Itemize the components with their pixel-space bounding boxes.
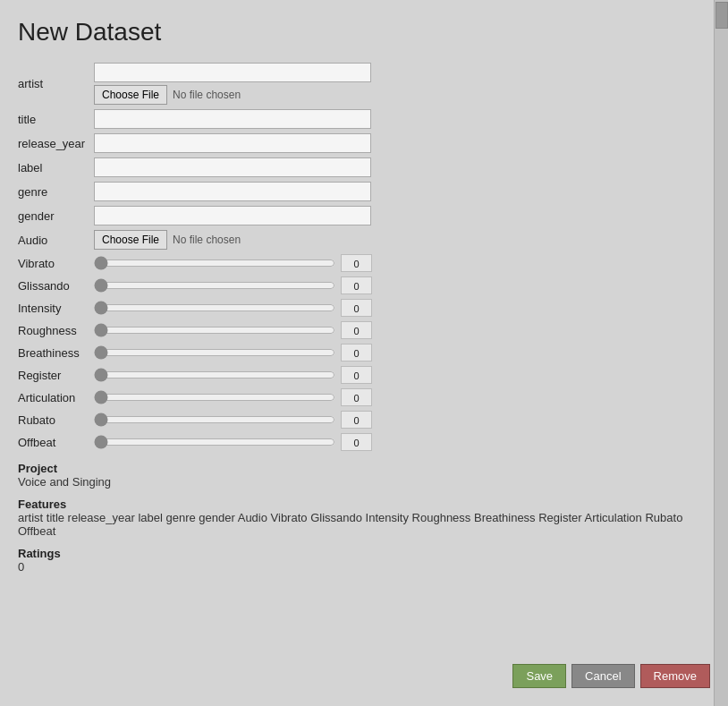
slider-value-vibrato: 0 <box>341 254 372 272</box>
genre-row: genre <box>18 182 710 201</box>
slider-row-glissando: Glissando0 <box>18 276 710 294</box>
slider-row-articulation: Articulation0 <box>18 388 710 406</box>
footer-buttons: Save Cancel Remove <box>512 664 710 688</box>
genre-input[interactable] <box>94 182 371 201</box>
page-title: New Dataset <box>18 18 710 47</box>
ratings-block: Ratings 0 <box>18 547 710 574</box>
scrollbar-thumb[interactable] <box>715 2 728 29</box>
release-year-input[interactable] <box>94 133 371 153</box>
slider-input-rubato[interactable] <box>94 412 335 428</box>
artist-choose-file-button[interactable]: Choose File <box>94 85 167 105</box>
features-value: artist title release_year label genre ge… <box>18 511 710 538</box>
label-input[interactable] <box>94 157 371 177</box>
slider-row-vibrato: Vibrato0 <box>18 254 710 272</box>
slider-value-roughness: 0 <box>341 321 372 339</box>
slider-input-roughness[interactable] <box>94 322 335 338</box>
title-row: title <box>18 109 710 129</box>
project-value: Voice and Singing <box>18 475 710 489</box>
ratings-value: 0 <box>18 560 710 574</box>
slider-input-articulation[interactable] <box>94 389 335 405</box>
save-button[interactable]: Save <box>512 664 566 688</box>
slider-value-offbeat: 0 <box>341 433 372 451</box>
slider-input-breathiness[interactable] <box>94 344 335 361</box>
gender-label: gender <box>18 209 94 223</box>
slider-input-offbeat[interactable] <box>94 434 335 450</box>
features-block: Features artist title release_year label… <box>18 498 710 538</box>
cancel-button[interactable]: Cancel <box>571 664 634 688</box>
slider-label-vibrato: Vibrato <box>18 257 94 270</box>
slider-row-roughness: Roughness0 <box>18 321 710 339</box>
artist-label: artist <box>18 77 94 90</box>
label-row: label <box>18 157 710 177</box>
gender-input[interactable] <box>94 206 371 225</box>
slider-value-glissando: 0 <box>341 276 372 294</box>
slider-row-rubato: Rubato0 <box>18 411 710 429</box>
audio-choose-file-button[interactable]: Choose File <box>94 230 167 250</box>
artist-row: artist Choose File No file chosen <box>18 63 710 105</box>
slider-row-breathiness: Breathiness0 <box>18 344 710 362</box>
slider-input-glissando[interactable] <box>94 277 335 293</box>
slider-label-rubato: Rubato <box>18 413 94 427</box>
audio-no-file-text: No file chosen <box>173 234 241 246</box>
artist-no-file-text: No file chosen <box>173 89 241 101</box>
remove-button[interactable]: Remove <box>640 664 710 688</box>
slider-value-register: 0 <box>341 366 372 384</box>
page-container: New Dataset artist Choose File No file c… <box>0 0 728 706</box>
artist-text-input[interactable] <box>94 63 371 82</box>
slider-row-register: Register0 <box>18 366 710 384</box>
audio-row: Audio Choose File No file chosen <box>18 230 710 250</box>
release-year-label: release_year <box>18 137 94 150</box>
project-block: Project Voice and Singing <box>18 462 710 489</box>
info-section: Project Voice and Singing Features artis… <box>18 462 710 574</box>
gender-row: gender <box>18 206 710 225</box>
slider-label-roughness: Roughness <box>18 324 94 337</box>
features-heading: Features <box>18 498 710 511</box>
project-heading: Project <box>18 462 710 475</box>
release-year-row: release_year <box>18 133 710 153</box>
label-label: label <box>18 161 94 174</box>
slider-label-glissando: Glissando <box>18 279 94 293</box>
slider-value-breathiness: 0 <box>341 344 372 362</box>
title-label: title <box>18 113 94 126</box>
slider-row-intensity: Intensity0 <box>18 299 710 317</box>
audio-label: Audio <box>18 234 94 247</box>
ratings-heading: Ratings <box>18 547 710 560</box>
scrollbar[interactable] <box>714 0 728 706</box>
slider-value-articulation: 0 <box>341 388 372 406</box>
slider-input-vibrato[interactable] <box>94 255 335 271</box>
slider-input-intensity[interactable] <box>94 300 335 316</box>
slider-label-register: Register <box>18 369 94 382</box>
slider-label-articulation: Articulation <box>18 391 94 404</box>
sliders-container: Vibrato0Glissando0Intensity0Roughness0Br… <box>18 254 710 451</box>
title-input[interactable] <box>94 109 371 129</box>
slider-value-intensity: 0 <box>341 299 372 317</box>
slider-value-rubato: 0 <box>341 411 372 429</box>
slider-label-breathiness: Breathiness <box>18 346 94 360</box>
genre-label: genre <box>18 185 94 199</box>
slider-input-register[interactable] <box>94 367 335 383</box>
slider-label-intensity: Intensity <box>18 302 94 315</box>
slider-label-offbeat: Offbeat <box>18 436 94 449</box>
slider-row-offbeat: Offbeat0 <box>18 433 710 451</box>
